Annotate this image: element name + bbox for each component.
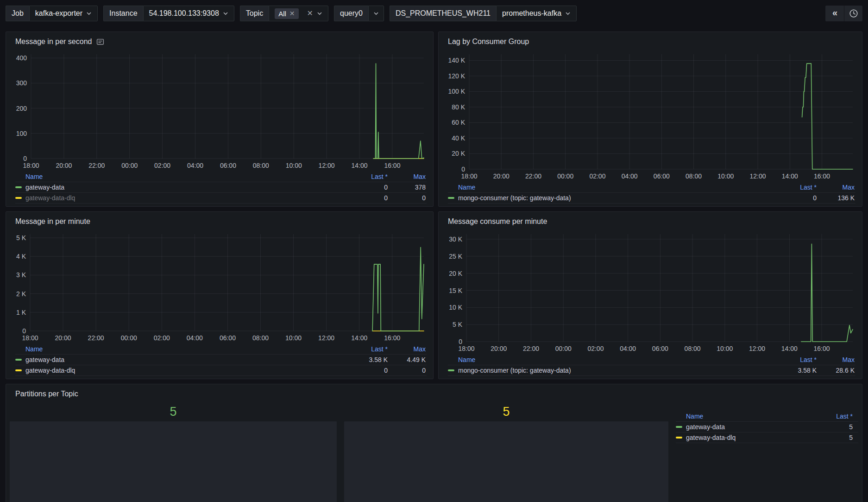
topic-chip-label: All (278, 10, 286, 18)
series-toggle[interactable]: mongo-consumer (topic: gateway-data) (448, 194, 774, 202)
svg-text:04:00: 04:00 (622, 172, 638, 180)
time-range-picker-button[interactable] (844, 6, 862, 21)
legend-max-value: 378 (388, 184, 426, 191)
legend-last-value: 5 (810, 434, 853, 441)
svg-text:02:00: 02:00 (154, 334, 170, 342)
svg-text:60 K: 60 K (452, 119, 465, 126)
bar-track (344, 421, 668, 502)
svg-text:02:00: 02:00 (589, 172, 605, 180)
dashboard-topbar: Job kafka-exporter Instance 54.198.100.1… (0, 0, 868, 27)
legend-col-last[interactable]: Last * (345, 345, 388, 353)
variable-topic-label: Topic (240, 6, 269, 21)
variable-topic-value[interactable]: All ✕ ✕ (269, 6, 328, 21)
svg-text:00:00: 00:00 (121, 162, 138, 169)
legend-col-last[interactable]: Last * (774, 184, 817, 191)
panel-title[interactable]: Message consume per minute (448, 217, 547, 226)
series-toggle[interactable]: mongo-consumer (topic: gateway-data) (448, 367, 774, 374)
legend-header: Name Last * (676, 411, 858, 422)
legend-last-value: 3.58 K (345, 356, 388, 363)
legend-last-value: 0 (345, 194, 388, 202)
series-toggle[interactable]: gateway-data-dlq (676, 434, 810, 441)
clear-all-icon[interactable]: ✕ (307, 10, 313, 17)
timeseries-chart[interactable]: 020 K40 K60 K80 K100 K120 K140 K18:0020:… (442, 50, 857, 182)
svg-text:14:00: 14:00 (352, 162, 368, 169)
legend-col-last[interactable]: Last * (810, 413, 853, 420)
series-toggle[interactable]: gateway-data-dlq (15, 367, 345, 374)
variable-query0-value[interactable] (368, 6, 384, 21)
legend-max-value: 28.6 K (817, 367, 855, 374)
topic-chip-all[interactable]: All ✕ (275, 8, 298, 19)
variable-job-selected: kafka-exporter (35, 9, 82, 18)
legend-last-value: 5 (810, 423, 853, 431)
series-toggle[interactable]: gateway-data (15, 184, 345, 191)
legend-row: mongo-consumer (topic: gateway-data) 0 1… (448, 193, 855, 203)
legend-col-last[interactable]: Last * (345, 173, 388, 180)
legend-row: gateway-data 5 (676, 422, 858, 432)
variable-instance-selected: 54.198.100.133:9308 (149, 9, 219, 18)
svg-text:00:00: 00:00 (555, 345, 572, 352)
series-toggle[interactable]: gateway-data (15, 356, 345, 363)
legend-table: Name Last * Max mongo-consumer (topic: g… (448, 182, 855, 203)
timeseries-chart[interactable]: 05 K10 K15 K20 K25 K30 K18:0020:0022:000… (442, 229, 857, 355)
clock-icon (849, 8, 859, 19)
svg-text:12:00: 12:00 (750, 172, 766, 180)
legend-col-name[interactable]: Name (15, 173, 345, 180)
svg-text:16:00: 16:00 (814, 172, 830, 180)
svg-text:5 K: 5 K (453, 321, 463, 328)
svg-text:22:00: 22:00 (88, 334, 104, 342)
chevron-down-icon[interactable] (317, 11, 322, 16)
variable-query0[interactable]: query0 (334, 6, 384, 21)
svg-text:10:00: 10:00 (285, 334, 302, 342)
double-chevron-left-icon: « (832, 7, 837, 19)
legend-row: gateway-data 0 378 (15, 182, 427, 193)
legend-table: Name Last * gateway-data 5 gateway-data-… (676, 411, 858, 502)
variable-job-value[interactable]: kafka-exporter (29, 6, 98, 21)
svg-text:0: 0 (461, 165, 465, 173)
collapse-panel-button[interactable]: « (825, 6, 844, 21)
chevron-down-icon (223, 11, 228, 16)
svg-text:08:00: 08:00 (252, 334, 269, 342)
variable-job[interactable]: Job kafka-exporter (6, 6, 98, 21)
svg-text:08:00: 08:00 (686, 172, 702, 180)
svg-text:06:00: 06:00 (220, 162, 236, 169)
timeseries-chart[interactable]: 01 K2 K3 K4 K5 K18:0020:0022:0000:0002:0… (10, 229, 428, 344)
variable-instance-label: Instance (103, 6, 143, 21)
svg-text:100: 100 (16, 130, 27, 137)
panel-title[interactable]: Lag by Consumer Group (448, 38, 529, 46)
panel-description-icon[interactable] (96, 38, 104, 46)
panel-title[interactable]: Partitions per Topic (15, 390, 78, 398)
variable-datasource[interactable]: DS_PROMETHEUS_WH211 prometheus-kafka (390, 6, 577, 21)
svg-text:02:00: 02:00 (154, 162, 170, 169)
svg-text:16:00: 16:00 (384, 334, 400, 342)
variable-instance[interactable]: Instance 54.198.100.133:9308 (103, 6, 234, 21)
panel-message-in-per-minute: Message in per minute 01 K2 K3 K4 K5 K18… (6, 211, 434, 379)
topbar-right-actions: « (825, 6, 862, 21)
chip-remove-icon[interactable]: ✕ (289, 10, 295, 17)
legend-max-value: 0 (388, 194, 426, 202)
timeseries-chart[interactable]: 010020030040018:0020:0022:0000:0002:0004… (10, 50, 428, 172)
legend-col-name[interactable]: Name (448, 184, 774, 191)
legend-col-max[interactable]: Max (388, 345, 426, 353)
legend-col-name[interactable]: Name (676, 413, 810, 420)
legend-col-max[interactable]: Max (817, 184, 855, 191)
panel-title[interactable]: Message in per minute (15, 217, 90, 226)
svg-text:1 K: 1 K (16, 309, 26, 316)
svg-text:02:00: 02:00 (587, 345, 604, 352)
legend-col-name[interactable]: Name (448, 356, 774, 363)
legend-row: gateway-data-dlq 0 0 (15, 365, 427, 376)
legend-col-max[interactable]: Max (817, 356, 855, 363)
variable-datasource-value[interactable]: prometheus-kafka (496, 6, 577, 21)
variable-topic[interactable]: Topic All ✕ ✕ (240, 6, 328, 21)
series-swatch (448, 369, 454, 371)
series-toggle[interactable]: gateway-data (676, 423, 810, 431)
legend-col-name[interactable]: Name (15, 345, 345, 353)
legend-col-last[interactable]: Last * (774, 356, 817, 363)
series-toggle[interactable]: gateway-data-dlq (15, 194, 345, 202)
bar-gateway-data: 5 gateway-data (10, 402, 337, 502)
panel-title[interactable]: Message in per second (15, 38, 92, 46)
svg-text:20:00: 20:00 (55, 334, 71, 342)
svg-text:20:00: 20:00 (56, 162, 72, 169)
legend-col-max[interactable]: Max (388, 173, 426, 180)
svg-text:16:00: 16:00 (814, 345, 830, 352)
variable-instance-value[interactable]: 54.198.100.133:9308 (143, 6, 234, 21)
